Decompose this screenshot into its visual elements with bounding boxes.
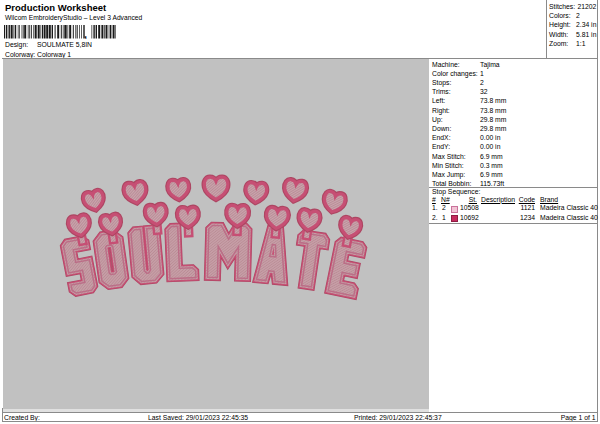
svg-text:,: , <box>84 28 87 39</box>
